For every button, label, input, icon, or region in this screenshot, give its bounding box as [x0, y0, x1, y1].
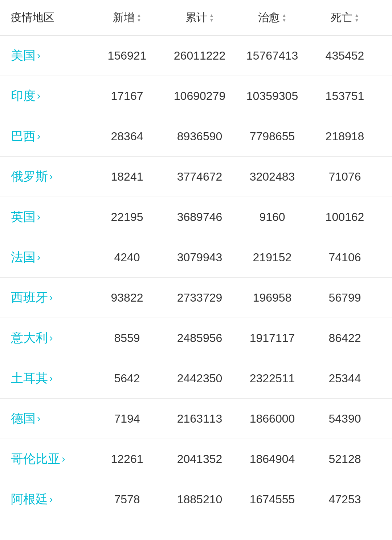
recovered-cell-3: 3202483 [236, 170, 309, 184]
table-body: 美国 › 156921 26011222 15767413 435452 印度 … [0, 36, 392, 519]
recovered-cell-2: 7798655 [236, 130, 309, 143]
country-name-10: 哥伦比亚 [11, 451, 60, 467]
country-cell-10[interactable]: 哥伦比亚 › [11, 451, 91, 467]
deaths-cell-1: 153751 [309, 89, 381, 103]
country-chevron-7: › [49, 332, 53, 344]
country-name-8: 土耳其 [11, 370, 48, 387]
new-cell-2: 28364 [91, 130, 163, 143]
new-cell-10: 12261 [91, 452, 163, 466]
header-region: 疫情地区 [11, 10, 91, 25]
country-name-6: 西班牙 [11, 289, 48, 306]
deaths-cell-0: 435452 [309, 49, 381, 63]
header-total[interactable]: 累计 [163, 10, 236, 25]
new-cell-5: 4240 [91, 251, 163, 264]
recovered-cell-5: 219152 [236, 251, 309, 264]
table-row[interactable]: 德国 › 7194 2163113 1866000 54390 [0, 399, 392, 439]
recovered-cell-7: 1917117 [236, 331, 309, 345]
country-cell-3[interactable]: 俄罗斯 › [11, 168, 91, 185]
country-chevron-11: › [49, 493, 53, 505]
new-cell-7: 8559 [91, 331, 163, 345]
country-name-0: 美国 [11, 47, 36, 64]
country-cell-1[interactable]: 印度 › [11, 88, 91, 104]
country-name-7: 意大利 [11, 330, 48, 346]
sort-recovered-icon[interactable] [282, 13, 286, 23]
total-cell-7: 2485956 [163, 331, 236, 345]
deaths-cell-3: 71076 [309, 170, 381, 184]
deaths-cell-11: 47253 [309, 493, 381, 506]
country-chevron-0: › [37, 50, 40, 61]
country-name-4: 英国 [11, 209, 36, 225]
deaths-cell-5: 74106 [309, 251, 381, 264]
sort-new-icon[interactable] [137, 13, 141, 23]
new-cell-11: 7578 [91, 493, 163, 506]
recovered-cell-9: 1866000 [236, 412, 309, 426]
country-chevron-5: › [37, 251, 40, 263]
total-cell-8: 2442350 [163, 372, 236, 385]
country-chevron-6: › [49, 292, 53, 303]
total-cell-6: 2733729 [163, 291, 236, 305]
deaths-cell-8: 25344 [309, 372, 381, 385]
header-deaths[interactable]: 死亡 [309, 10, 381, 25]
deaths-cell-7: 86422 [309, 331, 381, 345]
country-name-3: 俄罗斯 [11, 168, 48, 185]
table-row[interactable]: 英国 › 22195 3689746 9160 100162 [0, 197, 392, 237]
sort-total-icon[interactable] [209, 13, 214, 23]
covid-table: 疫情地区 新增 累计 治愈 死亡 美国 › 156921 26011222 15 [0, 0, 392, 519]
table-header: 疫情地区 新增 累计 治愈 死亡 [0, 0, 392, 36]
country-cell-7[interactable]: 意大利 › [11, 330, 91, 346]
country-cell-11[interactable]: 阿根廷 › [11, 491, 91, 508]
total-cell-3: 3774672 [163, 170, 236, 184]
country-cell-5[interactable]: 法国 › [11, 249, 91, 266]
new-cell-4: 22195 [91, 210, 163, 224]
country-chevron-2: › [37, 130, 40, 142]
total-cell-4: 3689746 [163, 210, 236, 224]
recovered-cell-6: 196958 [236, 291, 309, 305]
country-name-9: 德国 [11, 410, 36, 427]
table-row[interactable]: 美国 › 156921 26011222 15767413 435452 [0, 36, 392, 76]
new-cell-6: 93822 [91, 291, 163, 305]
table-row[interactable]: 法国 › 4240 3079943 219152 74106 [0, 237, 392, 278]
total-cell-11: 1885210 [163, 493, 236, 506]
total-cell-2: 8936590 [163, 130, 236, 143]
country-name-5: 法国 [11, 249, 36, 266]
country-chevron-3: › [49, 171, 53, 182]
recovered-cell-0: 15767413 [236, 49, 309, 63]
deaths-cell-10: 52128 [309, 452, 381, 466]
new-cell-1: 17167 [91, 89, 163, 103]
sort-deaths-icon[interactable] [355, 13, 359, 23]
country-cell-4[interactable]: 英国 › [11, 209, 91, 225]
table-row[interactable]: 印度 › 17167 10690279 10359305 153751 [0, 76, 392, 116]
table-row[interactable]: 西班牙 › 93822 2733729 196958 56799 [0, 278, 392, 318]
recovered-cell-8: 2322511 [236, 372, 309, 385]
country-cell-9[interactable]: 德国 › [11, 410, 91, 427]
country-name-11: 阿根廷 [11, 491, 48, 508]
table-row[interactable]: 巴西 › 28364 8936590 7798655 218918 [0, 116, 392, 157]
header-new[interactable]: 新增 [91, 10, 163, 25]
recovered-cell-4: 9160 [236, 210, 309, 224]
country-cell-0[interactable]: 美国 › [11, 47, 91, 64]
table-row[interactable]: 意大利 › 8559 2485956 1917117 86422 [0, 318, 392, 358]
table-row[interactable]: 土耳其 › 5642 2442350 2322511 25344 [0, 358, 392, 399]
recovered-cell-11: 1674555 [236, 493, 309, 506]
total-cell-0: 26011222 [163, 49, 236, 63]
country-chevron-9: › [37, 413, 40, 424]
country-cell-2[interactable]: 巴西 › [11, 128, 91, 145]
new-cell-0: 156921 [91, 49, 163, 63]
table-row[interactable]: 哥伦比亚 › 12261 2041352 1864904 52128 [0, 439, 392, 479]
total-cell-9: 2163113 [163, 412, 236, 426]
country-cell-6[interactable]: 西班牙 › [11, 289, 91, 306]
country-name-1: 印度 [11, 88, 36, 104]
country-name-2: 巴西 [11, 128, 36, 145]
table-row[interactable]: 阿根廷 › 7578 1885210 1674555 47253 [0, 479, 392, 519]
table-row[interactable]: 俄罗斯 › 18241 3774672 3202483 71076 [0, 157, 392, 197]
country-chevron-10: › [62, 453, 65, 465]
new-cell-8: 5642 [91, 372, 163, 385]
deaths-cell-4: 100162 [309, 210, 381, 224]
header-recovered[interactable]: 治愈 [236, 10, 309, 25]
recovered-cell-1: 10359305 [236, 89, 309, 103]
recovered-cell-10: 1864904 [236, 452, 309, 466]
deaths-cell-2: 218918 [309, 130, 381, 143]
country-chevron-4: › [37, 211, 40, 223]
country-chevron-1: › [37, 90, 40, 102]
country-cell-8[interactable]: 土耳其 › [11, 370, 91, 387]
